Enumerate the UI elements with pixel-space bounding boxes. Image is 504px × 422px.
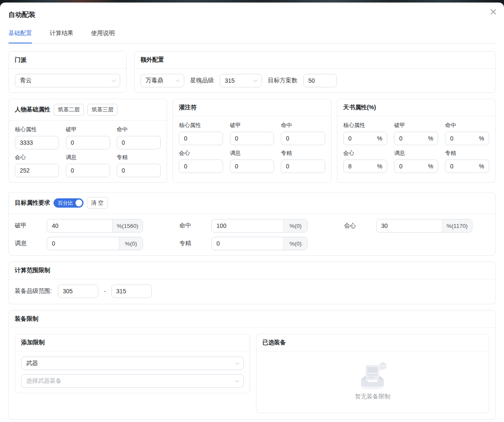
target-armor-break: 破甲 40 %(1560): [15, 219, 160, 233]
core-attr-input[interactable]: 3333: [15, 136, 59, 149]
haste-input[interactable]: 0: [66, 164, 110, 177]
foundation-2-button[interactable]: 筑基二层: [54, 104, 84, 116]
tab-calc-result[interactable]: 计算结果: [50, 30, 73, 43]
field-core-attr: 核心属性 0%: [343, 122, 388, 145]
dialog-title: 自动配装: [8, 11, 496, 19]
field-mastery: 专精 0%: [445, 149, 489, 173]
grade-max-input[interactable]: 315: [111, 284, 152, 298]
close-icon[interactable]: ✕: [490, 8, 497, 17]
haste-input[interactable]: 0: [230, 160, 274, 173]
empty-box-icon: [356, 362, 389, 390]
sect-extra-config: 额外配置 万毒鼎 星魄品级 315 目标方案数: [134, 51, 496, 93]
field-hit: 命中 0: [281, 122, 325, 145]
target-mastery-addon: %(0): [283, 237, 307, 250]
target-armor-break-addon: %(1560): [112, 219, 143, 232]
target-armor-break-input[interactable]: 40: [47, 219, 112, 232]
field-haste: 调息 0%: [394, 149, 438, 173]
sect-school-title: 门派: [9, 51, 126, 69]
armor-break-input[interactable]: 0: [66, 136, 110, 149]
plan-count-input[interactable]: 50: [303, 74, 337, 87]
hit-input[interactable]: 0: [281, 132, 325, 145]
add-limit-panel: 添加限制 武器 选择武器装备: [15, 334, 250, 393]
tab-bar: 基础配置 计算结果 使用说明: [8, 19, 496, 43]
field-crit: 会心 8%: [343, 149, 388, 173]
tab-usage-help[interactable]: 使用说明: [91, 30, 115, 43]
field-armor-break: 破甲 0: [230, 122, 274, 145]
add-limit-title: 添加限制: [15, 334, 250, 352]
plan-count-label: 目标方案数: [268, 77, 297, 84]
core-attr-input[interactable]: 0%: [343, 132, 388, 145]
selected-equip-title: 已选装备: [256, 334, 489, 352]
field-armor-break: 破甲 0: [66, 126, 110, 149]
chevron-down-icon: [235, 360, 240, 365]
mastery-input[interactable]: 0%: [445, 160, 489, 173]
chevron-down-icon: [112, 78, 116, 82]
field-hit: 命中 0: [117, 126, 161, 149]
sect-equip-limit: 装备限制 添加限制 武器 选择武器装备: [8, 310, 496, 419]
field-haste: 调息 0: [230, 149, 274, 173]
target-crit: 会心 30 %(1170): [344, 219, 489, 233]
weapon-item-placeholder: 选择武器装备: [26, 377, 62, 385]
chevron-down-icon: [176, 78, 180, 82]
sect-school: 门派 青云: [8, 51, 127, 93]
grade-min-input[interactable]: 305: [58, 284, 98, 298]
field-mastery: 专精 0: [117, 154, 161, 177]
auto-equip-dialog: 自动配装 ✕ 基础配置 计算结果 使用说明 门派 青云 额外配置: [0, 3, 504, 422]
weapon-item-select[interactable]: 选择武器装备: [21, 374, 244, 388]
target-mastery-input[interactable]: 0: [212, 237, 283, 250]
range-separator: -: [104, 288, 106, 295]
target-haste-input[interactable]: 0: [47, 237, 119, 250]
field-haste: 调息 0: [66, 154, 110, 177]
target-haste: 调息 0 %(0): [15, 237, 160, 250]
star-grade-value: 315: [225, 77, 234, 84]
hit-input[interactable]: 0%: [445, 132, 489, 145]
armor-break-input[interactable]: 0: [230, 132, 274, 145]
slot-select-value: 武器: [26, 360, 38, 367]
field-core-attr: 核心属性 0: [179, 122, 223, 145]
target-hit-addon: %(0): [283, 219, 307, 232]
hit-input[interactable]: 0: [117, 136, 161, 149]
sect-target-attrs: 目标属性要求 百分比 清 空 破甲 40 %(1560) 命中: [8, 192, 496, 256]
sect-target-attrs-title: 目标属性要求: [15, 199, 50, 207]
sect-calc-range-title: 计算范围限制: [9, 262, 495, 279]
sect-calc-range: 计算范围限制 装备品级范围: 305 - 315: [8, 262, 496, 304]
clear-button[interactable]: 清 空: [87, 197, 108, 209]
empty-state: 暂无装备限制: [256, 352, 489, 413]
toggle-knob-icon: [75, 200, 82, 206]
mastery-input[interactable]: 0: [281, 160, 325, 173]
armor-break-input[interactable]: 0%: [394, 132, 438, 145]
percent-toggle[interactable]: 百分比: [54, 198, 84, 208]
target-hit-input[interactable]: 100: [212, 219, 283, 232]
sect-tome-attrs-title: 天书属性(%): [337, 99, 495, 116]
target-crit-input[interactable]: 30: [377, 219, 442, 232]
target-mastery: 专精 0 %(0): [179, 237, 324, 250]
haste-input[interactable]: 0%: [394, 160, 438, 173]
school-select[interactable]: 青云: [15, 74, 120, 87]
foundation-3-button[interactable]: 筑基三层: [87, 104, 118, 116]
chevron-down-icon: [235, 378, 240, 382]
field-hit: 命中 0%: [445, 122, 489, 145]
slot-select[interactable]: 武器: [21, 357, 244, 370]
field-crit: 会心 252: [15, 154, 59, 177]
field-core-attr: 核心属性 3333: [15, 126, 59, 149]
crit-input[interactable]: 252: [15, 164, 59, 177]
empty-state-text: 暂无装备限制: [355, 393, 391, 400]
sect-base-attrs: 人物基础属性 筑基二层 筑基三层 核心属性 3333 破甲 0 命中: [8, 99, 167, 183]
crit-input[interactable]: 8%: [343, 160, 388, 173]
dialog-header: 自动配装 ✕: [0, 3, 504, 19]
tab-basic-config[interactable]: 基础配置: [8, 30, 32, 43]
dialog-body: 门派 青云 额外配置 万毒鼎 星魄品级: [0, 43, 504, 422]
target-crit-addon: %(1170): [442, 219, 472, 232]
plan-count-value: 50: [308, 77, 315, 84]
core-attr-input[interactable]: 0: [179, 132, 223, 145]
sect-infusion-title: 灌注符: [173, 99, 331, 116]
star-grade-label: 星魄品级: [190, 77, 214, 84]
sect-tome-attrs: 天书属性(%) 核心属性 0% 破甲 0% 命中 0% 会心: [337, 99, 496, 183]
crit-input[interactable]: 0: [179, 160, 223, 173]
tripod-select-value: 万毒鼎: [146, 77, 163, 84]
tripod-select[interactable]: 万毒鼎: [140, 74, 184, 87]
sect-equip-limit-title: 装备限制: [9, 311, 495, 328]
star-grade-select[interactable]: 315: [220, 74, 262, 87]
sect-infusion: 灌注符 核心属性 0 破甲 0 命中 0 会心: [172, 99, 331, 183]
mastery-input[interactable]: 0: [117, 164, 161, 177]
